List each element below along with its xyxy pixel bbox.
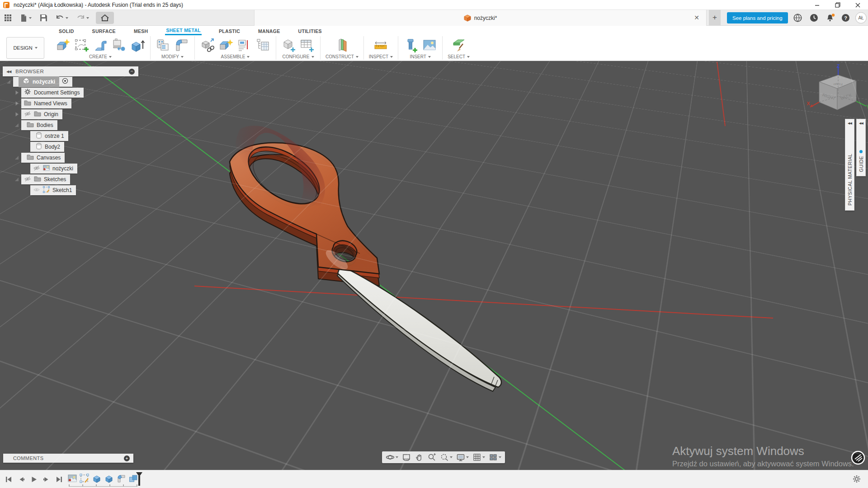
activate-component-radio-icon[interactable] bbox=[62, 78, 68, 86]
ribbon-group-label[interactable]: CONFIGURE bbox=[283, 54, 314, 59]
configuration-table-icon[interactable] bbox=[300, 38, 315, 53]
browser-row-named-views[interactable]: Named Views bbox=[3, 98, 138, 109]
notifications-bell-icon[interactable] bbox=[826, 13, 835, 23]
ribbon-group-label[interactable]: CREATE bbox=[89, 54, 112, 59]
ribbon-tab-sheet-metal[interactable]: SHEET METAL bbox=[165, 26, 202, 35]
fit-icon[interactable] bbox=[438, 451, 454, 463]
tab-close-icon[interactable]: ✕ bbox=[693, 14, 701, 22]
minimize-button[interactable] bbox=[807, 0, 827, 10]
step-back-icon[interactable] bbox=[16, 474, 26, 484]
joint-icon[interactable] bbox=[237, 38, 252, 53]
ribbon-tab-solid[interactable]: SOLID bbox=[58, 27, 75, 35]
timeline-position-marker[interactable] bbox=[136, 472, 143, 488]
browser-header[interactable]: ◀◀ BROWSER − bbox=[3, 66, 138, 76]
extrude-feature-icon[interactable] bbox=[91, 473, 102, 484]
browser-row-sketch1[interactable]: Sketch1 bbox=[3, 185, 138, 196]
flat-pattern-icon[interactable] bbox=[111, 38, 127, 53]
measure-icon[interactable] bbox=[373, 38, 388, 53]
browser-row-bodies[interactable]: Bodies bbox=[3, 120, 138, 131]
expander-open-icon[interactable] bbox=[14, 177, 19, 182]
expander-open-icon[interactable] bbox=[14, 155, 19, 160]
fillet-icon[interactable] bbox=[174, 38, 189, 53]
expander-closed-icon[interactable] bbox=[14, 101, 19, 106]
physical-material-tab[interactable]: ◀◀ PHYSICAL MATERIAL bbox=[845, 119, 854, 211]
look-at-icon[interactable] bbox=[400, 451, 413, 463]
browser-row-ostrze-1[interactable]: ostrze 1 bbox=[3, 131, 138, 141]
comments-bar[interactable]: COMMENTS + bbox=[3, 454, 133, 463]
extrude-feature-icon[interactable] bbox=[104, 473, 114, 484]
home-view-button[interactable] bbox=[96, 12, 114, 24]
ribbon-group-label[interactable]: CONSTRUCT bbox=[326, 54, 359, 59]
ribbon-tab-plastic[interactable]: PLASTIC bbox=[218, 27, 241, 35]
canvas-feature-icon[interactable] bbox=[67, 473, 78, 484]
design-workspace-button[interactable]: DESIGN bbox=[6, 37, 44, 59]
new-tab-button[interactable]: + bbox=[709, 10, 721, 26]
extrude-icon[interactable] bbox=[130, 38, 145, 53]
derive-icon[interactable] bbox=[200, 38, 215, 53]
insert-canvas-icon[interactable] bbox=[422, 38, 437, 53]
flange-icon[interactable] bbox=[93, 38, 108, 53]
viewports-icon[interactable] bbox=[487, 451, 503, 463]
3d-viewport[interactable]: Z X Y TOP RIGHT BACK ◀◀ BROWSER − nożyc bbox=[0, 61, 868, 470]
feedback-bubble-icon[interactable] bbox=[851, 450, 866, 467]
expander-open-icon[interactable] bbox=[6, 80, 11, 84]
ribbon-group-label[interactable]: SELECT bbox=[448, 54, 470, 59]
add-comment-icon[interactable]: + bbox=[124, 455, 130, 461]
ribbon-tab-utilities[interactable]: UTILITIES bbox=[297, 27, 323, 35]
eye-off-icon[interactable] bbox=[24, 110, 31, 118]
expander-closed-icon[interactable] bbox=[14, 112, 19, 117]
redo-button[interactable] bbox=[72, 12, 93, 24]
expander-closed-icon[interactable] bbox=[14, 90, 19, 95]
zoom-icon[interactable] bbox=[425, 451, 438, 463]
ribbon-group-label[interactable]: INSERT bbox=[410, 54, 431, 59]
extensions-icon[interactable] bbox=[793, 13, 802, 23]
save-button[interactable] bbox=[36, 12, 52, 24]
close-button[interactable] bbox=[848, 0, 868, 10]
ribbon-group-label[interactable]: MODIFY bbox=[161, 54, 184, 59]
structure-icon[interactable] bbox=[255, 38, 271, 53]
pan-icon[interactable] bbox=[413, 451, 425, 463]
browser-row-sketches[interactable]: Sketches bbox=[3, 174, 138, 185]
eye-off-icon[interactable] bbox=[24, 175, 31, 183]
ribbon-group-label[interactable]: ASSEMBLE bbox=[221, 54, 250, 59]
fillet-feature-icon[interactable] bbox=[116, 473, 127, 484]
expander-open-icon[interactable] bbox=[14, 123, 19, 127]
browser-row-document-settings[interactable]: Document Settings bbox=[3, 87, 138, 98]
modify-form-icon[interactable] bbox=[156, 38, 171, 53]
job-status-icon[interactable] bbox=[809, 13, 819, 23]
create-sketch-icon[interactable] bbox=[74, 38, 90, 53]
display-settings-icon[interactable] bbox=[454, 451, 471, 463]
new-component-icon[interactable] bbox=[218, 38, 234, 53]
see-plans-button[interactable]: See plans and pricing bbox=[727, 12, 788, 23]
select-icon[interactable] bbox=[451, 38, 467, 53]
ribbon-tab-mesh[interactable]: MESH bbox=[133, 27, 149, 35]
document-tab[interactable]: nożyczki* ✕ bbox=[254, 10, 707, 26]
step-forward-icon[interactable] bbox=[42, 474, 52, 484]
browser-row-canvases[interactable]: Canvases bbox=[3, 152, 138, 163]
go-to-end-icon[interactable] bbox=[54, 474, 64, 484]
timeline-settings-gear-icon[interactable] bbox=[853, 475, 861, 485]
play-icon[interactable] bbox=[29, 474, 39, 484]
ribbon-group-label[interactable]: INSPECT bbox=[369, 54, 393, 59]
fastener-icon[interactable] bbox=[403, 38, 419, 53]
file-menu-button[interactable] bbox=[16, 12, 36, 24]
configuration-icon[interactable] bbox=[281, 38, 297, 53]
avatar[interactable]: AŁ bbox=[855, 12, 867, 23]
collapse-tree-icon[interactable]: − bbox=[129, 69, 135, 75]
data-panel-toggle[interactable] bbox=[0, 12, 16, 24]
browser-row-nożyczki[interactable]: nożyczki bbox=[3, 163, 138, 174]
guide-tab[interactable]: ◀◀ GUIDE bbox=[856, 119, 866, 176]
orbit-icon[interactable] bbox=[384, 451, 400, 463]
go-to-start-icon[interactable] bbox=[4, 474, 14, 484]
help-icon[interactable]: ? bbox=[841, 13, 850, 23]
restore-button[interactable] bbox=[827, 0, 848, 10]
sketch-feature-icon[interactable] bbox=[79, 473, 90, 484]
undo-button[interactable] bbox=[52, 12, 72, 24]
browser-row-nożyczki[interactable]: nożyczki bbox=[3, 76, 138, 87]
new-flange-icon[interactable] bbox=[56, 38, 71, 53]
construct-plane-icon[interactable] bbox=[334, 38, 349, 53]
collapse-panel-icon[interactable]: ◀◀ bbox=[6, 70, 11, 74]
ribbon-tab-surface[interactable]: SURFACE bbox=[91, 27, 117, 35]
browser-row-body2[interactable]: Body2 bbox=[3, 141, 138, 152]
ribbon-tab-manage[interactable]: MANAGE bbox=[257, 27, 281, 35]
